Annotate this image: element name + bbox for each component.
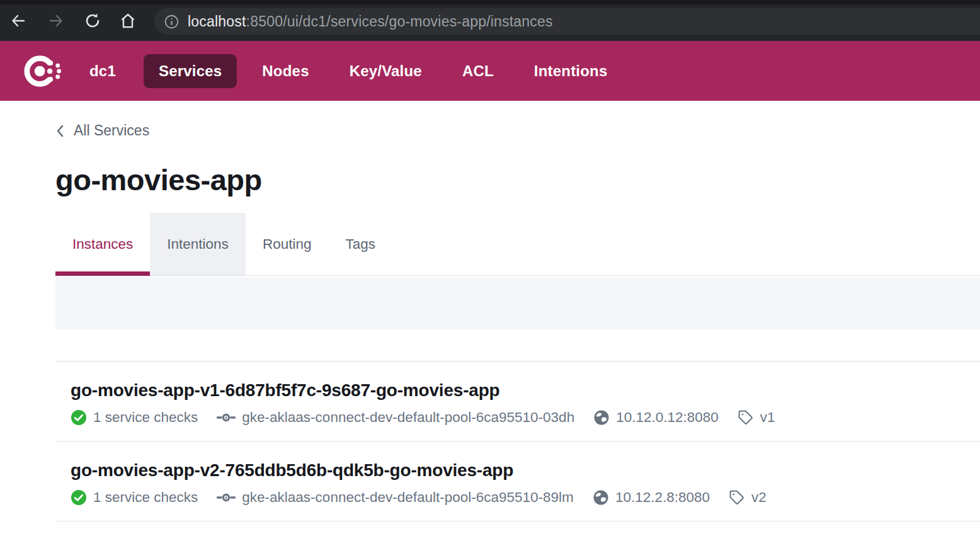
tab-tags[interactable]: Tags xyxy=(328,213,392,275)
browser-toolbar: localhost:8500/ui/dc1/services/go-movies… xyxy=(0,0,980,41)
home-icon xyxy=(119,12,137,32)
node-commit-icon xyxy=(217,410,236,425)
globe-icon xyxy=(593,489,609,506)
node-name: gke-aklaas-connect-dev-default-pool-6ca9… xyxy=(242,409,574,426)
datacenter-selector[interactable]: dc1 xyxy=(89,62,116,80)
node-commit-icon xyxy=(217,490,236,505)
url-bar[interactable]: localhost:8500/ui/dc1/services/go-movies… xyxy=(154,8,980,35)
instance-name[interactable]: go-movies-app-v2-765ddb5d6b-qdk5b-go-mov… xyxy=(71,460,980,481)
tag-icon xyxy=(729,489,745,506)
url-hostname: localhost xyxy=(188,13,246,30)
check-circle-icon xyxy=(71,409,87,426)
tab-intentions[interactable]: Intentions xyxy=(150,213,246,275)
tab-instances[interactable]: Instances xyxy=(55,213,150,275)
node-info: gke-aklaas-connect-dev-default-pool-6ca9… xyxy=(217,489,574,506)
instances-toolbar xyxy=(55,277,980,329)
nav-item-acl[interactable]: ACL xyxy=(447,54,509,88)
browser-home-button[interactable] xyxy=(117,11,139,33)
masthead-nav: Services Nodes Key/Value ACL Intentions xyxy=(134,54,623,88)
instance-row[interactable]: go-movies-app-v2-765ddb5d6b-qdk5b-go-mov… xyxy=(55,441,980,521)
address-info: 10.12.0.12:8080 xyxy=(593,409,719,426)
health-checks: 1 service checks xyxy=(71,489,198,506)
back-arrow-icon xyxy=(9,12,27,32)
forward-arrow-icon xyxy=(47,12,65,32)
instance-address: 10.12.2.8:8080 xyxy=(615,489,710,506)
breadcrumb-all-services[interactable]: All Services xyxy=(55,122,149,139)
chevron-left-icon xyxy=(55,123,65,139)
browser-forward-button[interactable] xyxy=(45,11,67,33)
breadcrumb-label: All Services xyxy=(74,122,149,139)
tag-info: v2 xyxy=(729,489,766,506)
globe-icon xyxy=(593,409,610,426)
check-circle-icon xyxy=(71,489,87,506)
address-info: 10.12.2.8:8080 xyxy=(593,489,710,506)
health-checks: 1 service checks xyxy=(71,409,198,426)
instance-meta: 1 service checks gke-aklaas-connect-dev-… xyxy=(71,489,980,506)
url-path: :8500/ui/dc1/services/go-movies-app/inst… xyxy=(246,13,553,30)
nav-item-key-value[interactable]: Key/Value xyxy=(334,54,437,88)
instance-meta: 1 service checks gke-aklaas-connect-dev-… xyxy=(71,409,980,426)
checks-label: 1 service checks xyxy=(93,489,198,506)
tab-routing[interactable]: Routing xyxy=(246,213,329,275)
instance-address: 10.12.0.12:8080 xyxy=(616,409,719,426)
reload-icon xyxy=(84,12,101,32)
consul-masthead: dc1 Services Nodes Key/Value ACL Intenti… xyxy=(0,41,980,101)
consul-logo-icon[interactable] xyxy=(23,52,62,91)
site-info-icon[interactable] xyxy=(164,14,179,30)
tag-info: v1 xyxy=(738,409,775,426)
node-name: gke-aklaas-connect-dev-default-pool-6ca9… xyxy=(242,489,574,506)
browser-reload-button[interactable] xyxy=(82,11,103,33)
tag-value: v2 xyxy=(751,489,766,506)
instance-name[interactable]: go-movies-app-v1-6d87bf5f7c-9s687-go-mov… xyxy=(71,380,980,401)
tag-value: v1 xyxy=(760,409,775,426)
nav-item-services[interactable]: Services xyxy=(144,54,237,88)
service-detail-page: All Services go-movies-app Instances Int… xyxy=(55,122,980,521)
instance-row[interactable]: go-movies-app-v1-6d87bf5f7c-9s687-go-mov… xyxy=(55,362,980,441)
nav-item-intentions[interactable]: Intentions xyxy=(519,54,623,88)
node-info: gke-aklaas-connect-dev-default-pool-6ca9… xyxy=(217,409,574,426)
page-title: go-movies-app xyxy=(55,163,980,197)
tab-bar: Instances Intentions Routing Tags xyxy=(55,213,980,276)
tag-icon xyxy=(738,409,754,426)
checks-label: 1 service checks xyxy=(93,409,198,426)
nav-item-nodes[interactable]: Nodes xyxy=(247,54,324,88)
browser-back-button[interactable] xyxy=(8,11,29,33)
instance-list: go-movies-app-v1-6d87bf5f7c-9s687-go-mov… xyxy=(55,361,980,521)
